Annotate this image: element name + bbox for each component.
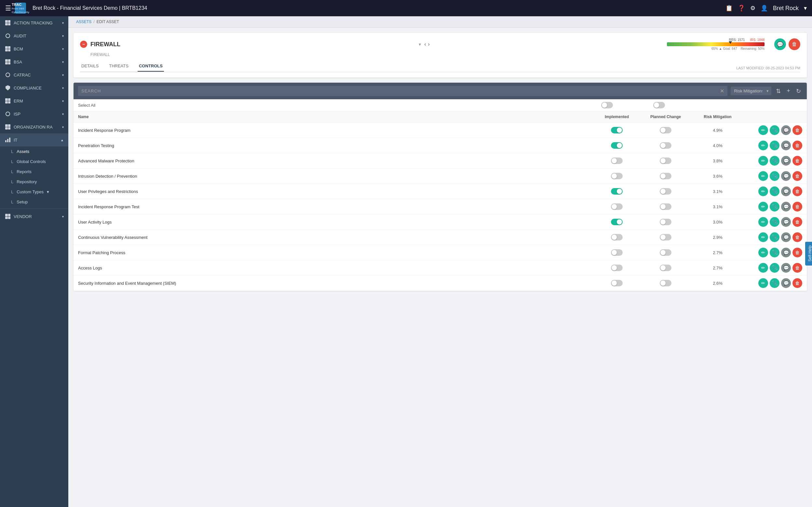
asset-comment-button[interactable]: 💬 [774, 39, 786, 50]
edit-button-6[interactable]: ✏ [758, 217, 768, 227]
planned-toggle-4[interactable] [660, 188, 672, 194]
comment-button-8[interactable]: 💬 [781, 248, 791, 258]
attach-button-5[interactable]: 📎 [770, 202, 779, 212]
sidebar-item-catrac[interactable]: CATRAC ▾ [0, 68, 68, 81]
user-label[interactable]: Bret Rock [773, 5, 799, 12]
self-help-tab[interactable]: Self-Help [805, 241, 812, 265]
planned-toggle-0[interactable] [660, 127, 672, 133]
asset-delete-button[interactable]: 🗑 [789, 39, 800, 50]
sidebar-item-erm[interactable]: ERM ▾ [0, 94, 68, 107]
sidebar-item-bcm[interactable]: BCM ▾ [0, 42, 68, 55]
attach-button-7[interactable]: 📎 [770, 232, 779, 242]
implemented-toggle-0[interactable] [611, 127, 623, 133]
implemented-toggle-6[interactable] [611, 219, 623, 225]
attach-button-3[interactable]: 📎 [770, 171, 779, 181]
asset-dropdown-arrow[interactable]: ▾ [419, 42, 421, 47]
planned-toggle-7[interactable] [660, 234, 672, 240]
edit-button-1[interactable]: ✏ [758, 140, 768, 150]
delete-button-9[interactable]: 🗑 [793, 263, 802, 273]
asset-prev-arrow[interactable]: ‹ [424, 41, 426, 47]
sidebar-item-repository[interactable]: L Repository [0, 177, 68, 187]
sidebar-item-compliance[interactable]: COMPLIANCE ▾ [0, 81, 68, 94]
attach-button-8[interactable]: 📎 [770, 248, 779, 258]
delete-button-10[interactable]: 🗑 [793, 278, 802, 288]
sidebar-item-isp[interactable]: ISP ▾ [0, 107, 68, 120]
comment-button-9[interactable]: 💬 [781, 263, 791, 273]
delete-button-3[interactable]: 🗑 [793, 171, 802, 181]
planned-toggle-8[interactable] [660, 249, 672, 256]
sidebar-item-audit[interactable]: AUDIT ▾ [0, 29, 68, 42]
select-all-planned-toggle[interactable] [653, 102, 665, 108]
sort-dropdown[interactable]: Risk Mitigation [731, 87, 771, 95]
planned-toggle-1[interactable] [660, 142, 672, 149]
sidebar-item-assets[interactable]: L Assets [0, 147, 68, 157]
implemented-toggle-8[interactable] [611, 249, 623, 256]
delete-button-7[interactable]: 🗑 [793, 232, 802, 242]
edit-button-4[interactable]: ✏ [758, 186, 768, 196]
delete-button-8[interactable]: 🗑 [793, 248, 802, 258]
comment-button-5[interactable]: 💬 [781, 202, 791, 212]
implemented-toggle-10[interactable] [611, 280, 623, 286]
implemented-toggle-7[interactable] [611, 234, 623, 240]
implemented-toggle-2[interactable] [611, 158, 623, 164]
breadcrumb-assets-link[interactable]: ASSETS [76, 19, 91, 24]
edit-button-5[interactable]: ✏ [758, 202, 768, 212]
edit-button-3[interactable]: ✏ [758, 171, 768, 181]
tab-details[interactable]: DETAILS [80, 61, 100, 72]
search-input[interactable] [81, 89, 718, 94]
edit-button-9[interactable]: ✏ [758, 263, 768, 273]
comment-button-1[interactable]: 💬 [781, 140, 791, 150]
delete-button-6[interactable]: 🗑 [793, 217, 802, 227]
sidebar-item-bsa[interactable]: BSA ▾ [0, 55, 68, 68]
implemented-toggle-4[interactable] [611, 188, 623, 194]
sidebar-item-org-ra[interactable]: ORGANIZATION RA ▾ [0, 120, 68, 133]
sidebar-item-setup[interactable]: L Setup [0, 197, 68, 207]
attach-button-10[interactable]: 📎 [770, 278, 779, 288]
comment-button-2[interactable]: 💬 [781, 156, 791, 166]
search-clear-icon[interactable]: ✕ [720, 88, 724, 94]
sort-toggle-button[interactable]: ⇅ [774, 86, 782, 96]
delete-button-5[interactable]: 🗑 [793, 202, 802, 212]
implemented-toggle-5[interactable] [611, 204, 623, 210]
tab-threats[interactable]: THREATS [108, 61, 130, 72]
attach-button-6[interactable]: 📎 [770, 217, 779, 227]
planned-toggle-5[interactable] [660, 204, 672, 210]
attach-button-9[interactable]: 📎 [770, 263, 779, 273]
implemented-toggle-9[interactable] [611, 265, 623, 271]
add-control-button[interactable]: + [785, 86, 792, 96]
planned-toggle-6[interactable] [660, 219, 672, 225]
sidebar-item-custom-types[interactable]: L Custom Types ▾ [0, 187, 68, 197]
sidebar-item-vendor[interactable]: VENDOR ▾ [0, 210, 68, 223]
comment-button-6[interactable]: 💬 [781, 217, 791, 227]
tab-controls[interactable]: CONTROLS [138, 61, 164, 72]
attach-button-2[interactable]: 📎 [770, 156, 779, 166]
sidebar-item-action-tracking[interactable]: ACTION TRACKING ▾ [0, 16, 68, 29]
planned-toggle-10[interactable] [660, 280, 672, 286]
comment-button-7[interactable]: 💬 [781, 232, 791, 242]
edit-button-10[interactable]: ✏ [758, 278, 768, 288]
planned-toggle-9[interactable] [660, 265, 672, 271]
attach-button-1[interactable]: 📎 [770, 140, 779, 150]
implemented-toggle-3[interactable] [611, 173, 623, 179]
comment-button-0[interactable]: 💬 [781, 125, 791, 135]
delete-button-2[interactable]: 🗑 [793, 156, 802, 166]
planned-toggle-3[interactable] [660, 173, 672, 179]
help-icon[interactable]: ❓ [738, 5, 745, 12]
planned-toggle-2[interactable] [660, 158, 672, 164]
comment-button-4[interactable]: 💬 [781, 186, 791, 196]
asset-next-arrow[interactable]: › [428, 41, 430, 47]
select-all-implemented-toggle[interactable] [601, 102, 613, 108]
delete-button-4[interactable]: 🗑 [793, 186, 802, 196]
sidebar-item-reports[interactable]: L Reports [0, 167, 68, 177]
user-dropdown-icon[interactable]: ▾ [804, 5, 807, 12]
hamburger-icon[interactable]: ☰ [5, 4, 11, 12]
attach-button-0[interactable]: 📎 [770, 125, 779, 135]
delete-button-1[interactable]: 🗑 [793, 140, 802, 150]
refresh-button[interactable]: ↻ [795, 86, 802, 96]
sidebar-item-global-controls[interactable]: L Global Controls [0, 157, 68, 167]
edit-button-8[interactable]: ✏ [758, 248, 768, 258]
comment-button-3[interactable]: 💬 [781, 171, 791, 181]
notifications-icon[interactable]: 📋 [726, 5, 733, 12]
implemented-toggle-1[interactable] [611, 142, 623, 149]
edit-button-2[interactable]: ✏ [758, 156, 768, 166]
